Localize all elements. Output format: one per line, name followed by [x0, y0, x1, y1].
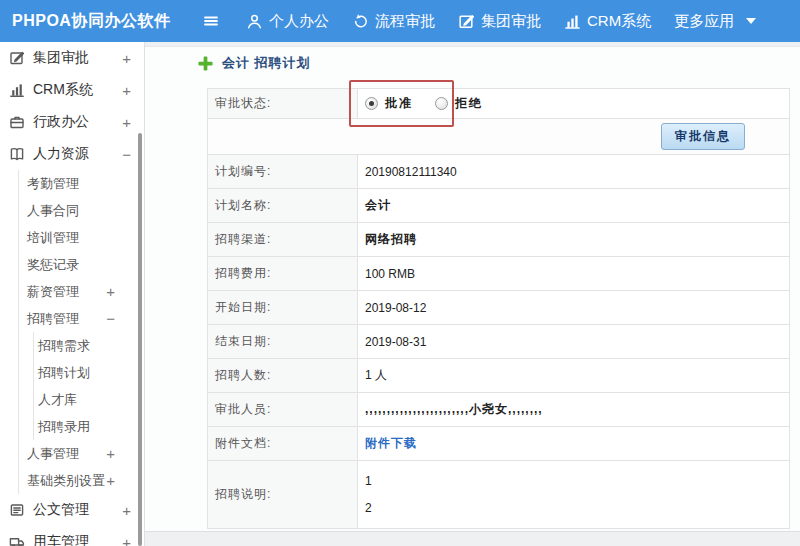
row-value-line: 2 — [365, 495, 789, 522]
chart-icon — [564, 13, 581, 30]
row-label: 招聘人数: — [208, 359, 358, 393]
sidebar-item-reward-punish-record[interactable]: 奖惩记录 — [0, 251, 144, 278]
sidebar-item-admin-office[interactable]: 行政办公+ — [0, 106, 144, 138]
approval-info-button[interactable]: 审批信息 — [661, 123, 745, 150]
history-icon — [352, 13, 369, 30]
sidebar-item-label: 培训管理 — [27, 229, 79, 247]
sidebar-item-label: 奖惩记录 — [27, 256, 79, 274]
nav-item-label: 集团审批 — [481, 12, 541, 31]
nav-item-label: 个人办公 — [269, 12, 329, 31]
sidebar-item-label: 公文管理 — [33, 501, 89, 519]
sidebar-item-personnel-mgmt[interactable]: 人事管理+ — [0, 440, 144, 467]
expand-plus-icon: + — [122, 534, 131, 546]
radio-approve[interactable] — [365, 97, 378, 110]
expand-plus-icon: + — [106, 472, 115, 489]
sidebar-item-attendance-mgmt[interactable]: 考勤管理 — [0, 170, 144, 197]
sidebar-item-document-mgmt[interactable]: 公文管理+ — [0, 494, 144, 526]
sidebar-scrollbar[interactable] — [138, 133, 142, 546]
sidebar-item-recruit-plan[interactable]: 招聘计划 — [0, 359, 144, 386]
page-title-text: 会计 招聘计划 — [222, 54, 311, 72]
approval-status-row: 审批状态: 批准拒绝 — [208, 89, 790, 119]
row-label: 招聘渠道: — [208, 223, 358, 257]
sidebar-item-crm-system[interactable]: CRM系统+ — [0, 74, 144, 106]
row-label: 计划名称: — [208, 189, 358, 223]
radio-reject[interactable] — [435, 97, 448, 110]
tree-line-level2 — [18, 170, 19, 494]
row-value: 100 RMB — [358, 257, 790, 291]
form-row: 附件文档:附件下载 — [208, 427, 790, 461]
row-value: 附件下载 — [358, 427, 790, 461]
sidebar-item-label: CRM系统 — [33, 81, 93, 99]
sidebar-item-label: 人事管理 — [27, 445, 79, 463]
sidebar-item-label: 行政办公 — [33, 113, 89, 131]
sidebar-item-label: 人才库 — [38, 391, 77, 409]
book-icon — [9, 146, 25, 162]
nav-item-crm-system[interactable]: CRM系统 — [564, 12, 651, 31]
collapse-minus-icon: − — [122, 146, 131, 163]
row-value: 网络招聘 — [358, 223, 790, 257]
sidebar-item-label: 薪资管理 — [27, 283, 79, 301]
radio-label[interactable]: 批准 — [385, 95, 413, 112]
truck-icon — [9, 534, 25, 546]
sidebar-item-personnel-contract[interactable]: 人事合同 — [0, 197, 144, 224]
content-bottom-strip — [145, 531, 800, 546]
sidebar-item-recruit-hire[interactable]: 招聘录用 — [0, 413, 144, 440]
expand-plus-icon: + — [122, 82, 131, 99]
sidebar-item-human-resources[interactable]: 人力资源− — [0, 138, 144, 170]
form-row: 招聘说明:12 — [208, 461, 790, 529]
expand-plus-icon: + — [122, 50, 131, 67]
chart-icon — [9, 82, 25, 98]
doc-icon — [9, 502, 25, 518]
row-value: 12 — [358, 461, 790, 529]
form-row: 审批人员:,,,,,,,,,,,,,,,,,,,,,,,,小尧女,,,,,,,, — [208, 393, 790, 427]
sidebar-item-salary-mgmt[interactable]: 薪资管理+ — [0, 278, 144, 305]
briefcase-icon — [9, 114, 25, 130]
sidebar-menu: 集团审批+CRM系统+行政办公+人力资源−考勤管理人事合同培训管理奖惩记录薪资管… — [0, 42, 144, 546]
row-value: 1 人 — [358, 359, 790, 393]
sidebar-item-recruit-mgmt[interactable]: 招聘管理− — [0, 305, 144, 332]
nav-item-more-apps[interactable]: 更多应用 — [674, 12, 756, 31]
sidebar-item-training-mgmt[interactable]: 培训管理 — [0, 224, 144, 251]
nav-item-label: 流程审批 — [375, 12, 435, 31]
hamburger-menu-icon[interactable] — [202, 13, 220, 29]
approval-button-row: 审批信息 — [208, 119, 790, 155]
row-label: 开始日期: — [208, 291, 358, 325]
row-label: 招聘费用: — [208, 257, 358, 291]
sidebar-item-label: 基础类别设置 — [27, 472, 105, 490]
form-row: 计划编号:20190812111340 — [208, 155, 790, 189]
expand-plus-icon: + — [122, 502, 131, 519]
sidebar-item-label: 招聘需求 — [38, 337, 90, 355]
sidebar-item-label: 人事合同 — [27, 202, 79, 220]
attachment-download-link[interactable]: 附件下载 — [365, 436, 417, 450]
row-label: 审批人员: — [208, 393, 358, 427]
nav-item-label: CRM系统 — [587, 12, 651, 31]
form-row: 招聘人数:1 人 — [208, 359, 790, 393]
sidebar-item-label: 考勤管理 — [27, 175, 79, 193]
nav-item-group-approval[interactable]: 集团审批 — [458, 12, 541, 31]
edit-icon — [458, 13, 475, 30]
sidebar-item-label: 人力资源 — [33, 145, 89, 163]
page-title: 会计 招聘计划 — [198, 54, 311, 72]
approval-status-label: 审批状态: — [208, 89, 358, 119]
row-value: 2019-08-12 — [358, 291, 790, 325]
add-plus-icon — [198, 56, 213, 71]
sidebar-item-base-category-setting[interactable]: 基础类别设置+ — [0, 467, 144, 494]
sidebar-item-group-approval[interactable]: 集团审批+ — [0, 42, 144, 74]
content-top-strip — [145, 42, 800, 47]
expand-plus-icon: + — [106, 283, 115, 300]
radio-label[interactable]: 拒绝 — [455, 95, 483, 112]
sidebar-item-talent-pool[interactable]: 人才库 — [0, 386, 144, 413]
row-value: 会计 — [358, 189, 790, 223]
sidebar-item-vehicle-mgmt[interactable]: 用车管理+ — [0, 526, 144, 546]
top-nav-list: 个人办公流程审批集团审批CRM系统更多应用 — [246, 0, 756, 42]
app-logo: PHPOA协同办公软件 — [12, 0, 170, 42]
nav-item-process-approval[interactable]: 流程审批 — [352, 12, 435, 31]
row-value: 20190812111340 — [358, 155, 790, 189]
row-value-line: 1 — [365, 468, 789, 495]
form-row: 开始日期:2019-08-12 — [208, 291, 790, 325]
nav-item-personal-office[interactable]: 个人办公 — [246, 12, 329, 31]
expand-plus-icon: + — [122, 114, 131, 131]
collapse-minus-icon: − — [106, 310, 115, 327]
sidebar-item-recruit-demand[interactable]: 招聘需求 — [0, 332, 144, 359]
form-row: 招聘渠道:网络招聘 — [208, 223, 790, 257]
